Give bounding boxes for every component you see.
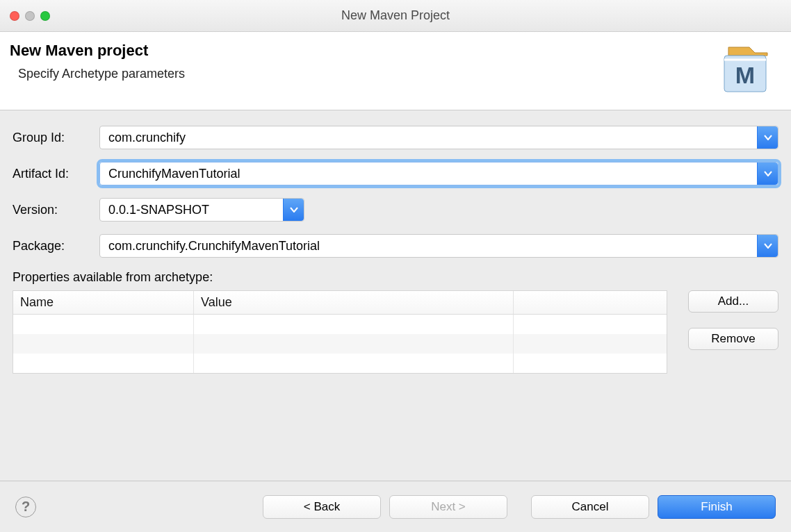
group-id-combo[interactable] — [99, 126, 778, 149]
wizard-banner: New Maven project Specify Archetype para… — [0, 32, 791, 110]
properties-column-value[interactable]: Value — [194, 291, 514, 314]
version-combo[interactable] — [99, 198, 304, 222]
artifact-id-dropdown-button[interactable] — [757, 163, 778, 185]
package-input[interactable] — [100, 235, 757, 257]
version-input[interactable] — [100, 199, 283, 221]
cancel-button[interactable]: Cancel — [531, 495, 649, 519]
properties-section-label: Properties available from archetype: — [13, 270, 778, 285]
add-property-button[interactable]: Add... — [688, 290, 778, 313]
window-title: New Maven Project — [0, 8, 791, 23]
form-area: Group Id: Artifact Id: Version: Package: — [0, 110, 791, 381]
help-icon: ? — [22, 499, 30, 515]
table-row[interactable] — [13, 315, 667, 334]
table-row[interactable] — [13, 334, 667, 354]
properties-column-name[interactable]: Name — [13, 291, 194, 314]
chevron-down-icon — [764, 135, 772, 140]
artifact-id-label: Artifact Id: — [13, 167, 99, 181]
banner-heading: New Maven project — [10, 42, 185, 60]
chevron-down-icon — [764, 171, 772, 176]
zoom-window-button[interactable] — [40, 11, 50, 21]
finish-button[interactable]: Finish — [658, 495, 776, 519]
package-dropdown-button[interactable] — [757, 235, 778, 257]
artifact-id-input[interactable] — [100, 163, 757, 185]
group-id-input[interactable] — [100, 126, 757, 149]
titlebar[interactable]: New Maven Project — [0, 0, 791, 32]
properties-column-spacer — [514, 291, 667, 314]
package-label: Package: — [13, 239, 99, 253]
minimize-window-button — [25, 11, 35, 21]
close-window-button[interactable] — [10, 11, 19, 21]
chevron-down-icon — [290, 207, 298, 213]
artifact-id-combo[interactable] — [99, 162, 778, 185]
table-row[interactable] — [13, 354, 667, 373]
wizard-footer: ? < Back Next > Cancel Finish — [0, 481, 791, 532]
back-button[interactable]: < Back — [263, 495, 381, 519]
version-dropdown-button[interactable] — [283, 199, 304, 221]
svg-text:M: M — [735, 62, 755, 88]
window-controls — [10, 11, 50, 21]
group-id-dropdown-button[interactable] — [757, 126, 778, 149]
package-combo[interactable] — [99, 234, 778, 258]
next-button: Next > — [389, 495, 507, 519]
chevron-down-icon — [764, 243, 772, 249]
maven-wizard-icon: M — [715, 42, 776, 97]
help-button[interactable]: ? — [15, 497, 36, 517]
banner-subheading: Specify Archetype parameters — [18, 67, 185, 81]
version-label: Version: — [13, 203, 99, 217]
group-id-label: Group Id: — [13, 131, 99, 145]
properties-table[interactable]: Name Value — [13, 290, 667, 374]
remove-property-button[interactable]: Remove — [688, 328, 778, 350]
